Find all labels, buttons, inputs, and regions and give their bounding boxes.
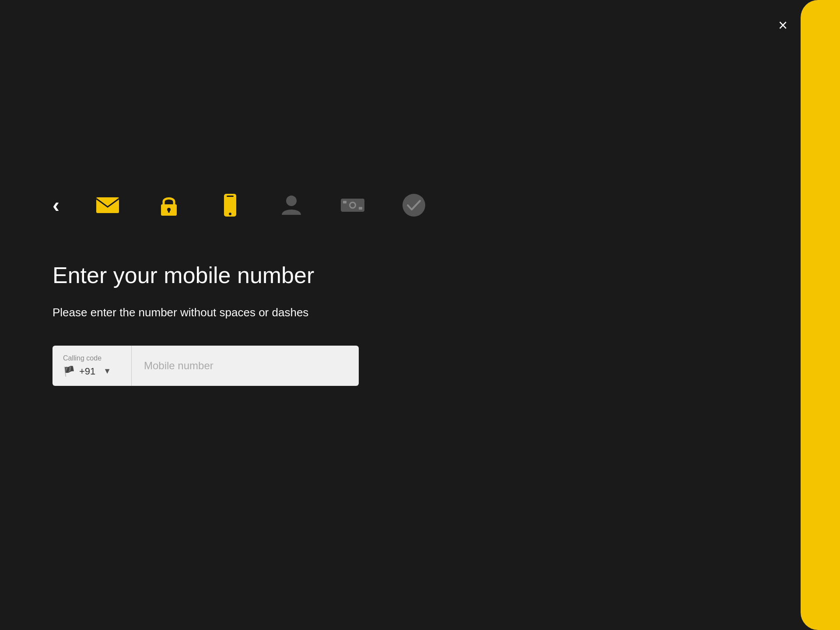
svg-rect-12 xyxy=(343,201,346,203)
svg-point-14 xyxy=(402,194,425,217)
calling-code-label: Calling code xyxy=(63,354,102,362)
back-button[interactable]: ‹ xyxy=(52,195,60,216)
svg-rect-13 xyxy=(359,207,362,210)
step-icon-user[interactable] xyxy=(278,192,304,218)
svg-rect-3 xyxy=(168,210,170,213)
close-button[interactable]: × xyxy=(778,18,788,33)
page-title: Enter your mobile number xyxy=(52,262,796,288)
steps-navigation: ‹ xyxy=(52,192,796,218)
yellow-stripe xyxy=(801,0,840,630)
step-icon-check[interactable] xyxy=(401,192,427,218)
svg-rect-5 xyxy=(227,196,234,197)
calling-code-number: +91 xyxy=(79,366,95,377)
step-icon-email[interactable] xyxy=(94,192,121,218)
input-row: Calling code 🏴 +91 ▼ xyxy=(52,346,359,386)
step-icon-phone[interactable] xyxy=(217,192,243,218)
flag-icon: 🏴 xyxy=(63,366,75,377)
page-subtitle: Please enter the number without spaces o… xyxy=(52,306,796,319)
calling-code-value: 🏴 +91 ▼ xyxy=(63,366,111,377)
svg-point-11 xyxy=(350,203,355,207)
step-icon-lock[interactable] xyxy=(156,192,182,218)
mobile-number-input[interactable] xyxy=(131,346,359,386)
step-icon-money[interactable] xyxy=(340,192,366,218)
svg-point-6 xyxy=(229,213,231,215)
svg-point-7 xyxy=(286,196,297,206)
dropdown-arrow-icon: ▼ xyxy=(103,367,111,376)
calling-code-dropdown[interactable]: Calling code 🏴 +91 ▼ xyxy=(52,346,131,386)
main-content: ‹ xyxy=(52,0,796,630)
svg-rect-0 xyxy=(96,197,119,213)
